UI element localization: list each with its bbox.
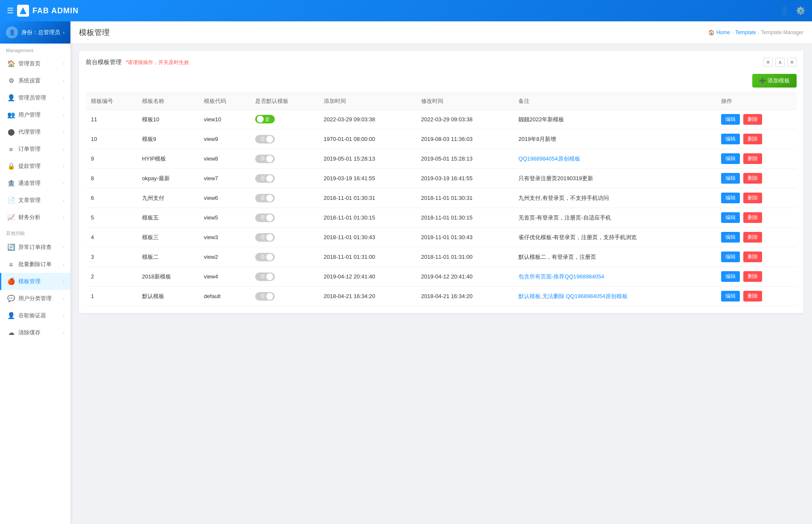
delete-button[interactable]: 删除	[743, 153, 762, 164]
sidebar-item-users[interactable]: 👥用户管理 ›	[0, 106, 70, 123]
toggle-off[interactable]: 否	[255, 214, 275, 222]
sidebar-label-users: 用户管理	[18, 111, 41, 119]
edit-button[interactable]: 编辑	[721, 291, 740, 302]
cell-actions: 编辑 删除	[716, 247, 797, 267]
delete-button[interactable]: 删除	[743, 232, 762, 243]
sidebar-item-orders[interactable]: ≡订单管理 ›	[0, 141, 70, 158]
col-code: 模板代码	[199, 93, 250, 110]
cell-add-time: 2018-11-01 01:30:15	[319, 208, 416, 228]
breadcrumb-home[interactable]: Home	[716, 29, 730, 35]
sidebar-item-withdraw[interactable]: 🔒提款管理 ›	[0, 158, 70, 175]
cloud-icon: ☁	[7, 329, 15, 337]
cell-actions: 编辑 删除	[716, 287, 797, 306]
sidebar-item-batch-delete[interactable]: ≡批量删除订单 ›	[0, 256, 70, 273]
toggle-off[interactable]: 否	[255, 233, 275, 242]
delete-button[interactable]: 删除	[743, 114, 762, 125]
cell-mod-time: 2019-08-03 11:36:03	[416, 129, 513, 149]
proxy-icon: ⬤	[7, 128, 15, 136]
breadcrumb-template[interactable]: Template	[735, 29, 756, 35]
cell-default: 否	[250, 247, 319, 267]
toggle-off[interactable]: 否	[255, 253, 275, 261]
cell-mod-time: 2018-11-01 01:30:43	[416, 228, 513, 247]
sidebar-item-abnormal-orders[interactable]: 🔄异常订单排查 ›	[0, 239, 70, 256]
cell-actions: 编辑 删除	[716, 169, 797, 188]
withdraw-icon: 🔒	[7, 162, 15, 170]
sidebar-item-clear-cache[interactable]: ☁清除缓存 ›	[0, 324, 70, 341]
sidebar-item-template-mgmt[interactable]: 🍎模板管理 ›	[0, 273, 70, 290]
card-close-btn[interactable]: ✕	[763, 58, 773, 67]
cell-id: 9	[86, 149, 137, 169]
other-section-title: 其他功能	[0, 226, 70, 239]
sidebar-label-batch: 批量删除订单	[18, 261, 52, 268]
edit-button[interactable]: 编辑	[721, 212, 740, 223]
cell-name: 模板9	[137, 129, 199, 149]
delete-button[interactable]: 删除	[743, 252, 762, 262]
user-icon[interactable]: 👤	[780, 6, 789, 15]
logo-area: ☰ FAB ADMIN	[7, 5, 79, 17]
cell-name: 2018新模板	[137, 267, 199, 287]
edit-button[interactable]: 编辑	[721, 232, 740, 243]
breadcrumb-sep1: ›	[732, 29, 733, 35]
sidebar-label-abnormal: 异常订单排查	[18, 243, 52, 251]
toggle-off[interactable]: 否	[255, 135, 275, 143]
menu-toggle[interactable]: ☰	[7, 6, 14, 15]
cell-code: view3	[199, 228, 250, 247]
table-row: 8 okpay-最新 view7 否 2019-03-19 16:41:55 2…	[86, 169, 797, 188]
settings-icon[interactable]: ⚙️	[796, 6, 805, 15]
col-name: 模板名称	[137, 93, 199, 110]
channel-icon: 🏦	[7, 179, 15, 187]
delete-button[interactable]: 删除	[743, 173, 762, 184]
edit-button[interactable]: 编辑	[721, 173, 740, 184]
toggle-on[interactable]: 是	[255, 115, 275, 123]
toggle-off[interactable]: 否	[255, 174, 275, 183]
sidebar-item-user-category[interactable]: 💬用户分类管理 ›	[0, 290, 70, 307]
toggle-off[interactable]: 否	[255, 272, 275, 281]
delete-button[interactable]: 删除	[743, 193, 762, 203]
cell-default: 是	[250, 110, 319, 129]
table-row: 5 模板五 view5 否 2018-11-01 01:30:15 2018-1…	[86, 208, 797, 228]
identity-chevron[interactable]: ›	[63, 30, 64, 35]
cell-code: view4	[199, 267, 250, 287]
delete-button[interactable]: 删除	[743, 212, 762, 223]
breadcrumb: 🏠 Home › Template › Template Manager	[708, 29, 803, 35]
toggle-off[interactable]: 否	[255, 292, 275, 301]
sidebar-item-article[interactable]: 📄文章管理 ›	[0, 192, 70, 209]
sidebar-item-google-auth[interactable]: 👤谷歌验证器 ›	[0, 307, 70, 324]
cell-name: 默认模板	[137, 287, 199, 306]
edit-button[interactable]: 编辑	[721, 271, 740, 282]
sidebar-item-finance[interactable]: 📈财务分析 ›	[0, 209, 70, 226]
delete-button[interactable]: 删除	[743, 134, 762, 144]
sidebar-item-system[interactable]: ⚙系统设置 ›	[0, 72, 70, 89]
edit-button[interactable]: 编辑	[721, 134, 740, 144]
edit-button[interactable]: 编辑	[721, 252, 740, 262]
cell-mod-time: 2019-04-12 20:41:40	[416, 267, 513, 287]
sidebar-item-channel[interactable]: 🏦通道管理 ›	[0, 175, 70, 192]
cell-add-time: 2019-05-01 15:28:13	[319, 149, 416, 169]
edit-button[interactable]: 编辑	[721, 193, 740, 203]
batch-icon: ≡	[7, 261, 15, 268]
sidebar-item-admin[interactable]: 👤管理员管理 ›	[0, 89, 70, 106]
chevron-withdraw: ›	[63, 164, 64, 169]
add-template-button[interactable]: ➕ 添加模板	[752, 74, 797, 88]
sidebar-item-proxy[interactable]: ⬤代理管理 ›	[0, 123, 70, 141]
edit-button[interactable]: 编辑	[721, 153, 740, 164]
col-mod-time: 修改时间	[416, 93, 513, 110]
cell-id: 2	[86, 267, 137, 287]
delete-button[interactable]: 删除	[743, 271, 762, 282]
card-header: 前台模板管理 *请谨慎操作，开关及时生效 ✕ ∧ ✕	[86, 58, 797, 67]
card-collapse-btn[interactable]: ∧	[775, 58, 785, 67]
sidebar-item-dashboard[interactable]: 🏠管理首页 ›	[0, 55, 70, 72]
card-expand-btn[interactable]: ✕	[787, 58, 797, 67]
toggle-off[interactable]: 否	[255, 155, 275, 163]
cell-add-time: 2019-04-12 20:41:40	[319, 267, 416, 287]
table-row: 11 模板10 view10 是 2022-03-29 09:03:38 202…	[86, 110, 797, 129]
cell-default: 否	[250, 169, 319, 188]
chevron-article: ›	[63, 198, 64, 203]
cell-default: 否	[250, 228, 319, 247]
identity-label: 身份：总管理员	[21, 29, 60, 36]
delete-button[interactable]: 删除	[743, 291, 762, 302]
toggle-off[interactable]: 否	[255, 194, 275, 202]
edit-button[interactable]: 编辑	[721, 114, 740, 125]
table-header: 模板编号 模板名称 模板代码 是否默认模板 添加时间 修改时间 备注 操作	[86, 93, 797, 110]
cell-mod-time: 2018-11-01 01:30:31	[416, 188, 513, 208]
